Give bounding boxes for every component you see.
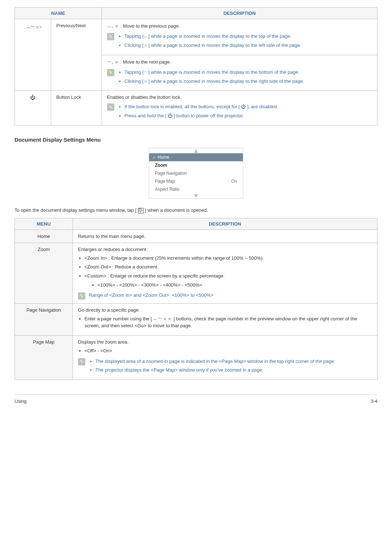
- next-title: ﹀, ＞ : Move to the next page.: [107, 59, 372, 65]
- prev-desc: ︿, ＜ : Move to the previous page. Tappin…: [102, 19, 377, 55]
- prev-next-label: Previous/Next: [51, 19, 102, 91]
- col-menu: MENU: [15, 218, 73, 230]
- home-desc: Returns to the main menu page.: [73, 230, 377, 243]
- zoom-desc: Enlarges or reduces a document. <Zoom In…: [73, 243, 377, 303]
- tap-instruction: To open the document display settings me…: [15, 207, 377, 214]
- menu-page-nav: Page Navigation: [149, 169, 243, 177]
- section-title: Document Display Settings Menu: [15, 137, 377, 143]
- zoom-title: Enlarges or reduces a document.: [78, 247, 372, 252]
- page-map-label: Page Map: [15, 335, 73, 380]
- page-map-note-b: The projector displays the <Page Map> wi…: [95, 367, 335, 374]
- col-desc: DESCRIPTION: [102, 8, 377, 19]
- power-icon: ⏻: [15, 91, 51, 126]
- menu-zoom: Zoom: [149, 161, 243, 169]
- note-icon: [107, 69, 114, 76]
- page-nav-desc: Go directly to a specific page. Enter a …: [73, 304, 377, 336]
- col-name: NAME: [15, 8, 102, 19]
- menu-screenshot: ▲ ⌂ Home Zoom Page Navigation Page Map :…: [149, 148, 243, 199]
- prev-title: ︿, ＜ : Move to the previous page.: [107, 23, 372, 29]
- footer-right: 3-4: [371, 398, 377, 404]
- zoom-custom: <Custom> : Enlarge or reduce the screen …: [85, 273, 372, 289]
- next-desc: ﹀, ＞ : Move to the next page. Tapping [﹀…: [102, 55, 377, 91]
- page-nav-title: Go directly to a specific page.: [78, 307, 372, 313]
- triangle-up-icon: ▲: [149, 148, 243, 153]
- zoom-in: <Zoom In> : Enlarge a document (25% incr…: [85, 255, 372, 262]
- page-nav-item: Enter a page number using the [ ︿﹀＜＞ ] b…: [85, 316, 372, 329]
- zoom-label: Zoom: [15, 243, 73, 303]
- menu-page-map: Page Map : On: [149, 177, 243, 185]
- note-icon: [78, 358, 85, 365]
- home-icon: ⌂: [153, 155, 155, 160]
- button-lock-desc: Enables or disables the button lock. If …: [102, 91, 377, 126]
- menu-home-row: ⌂ Home: [149, 153, 243, 161]
- page-nav-label: Page Navigation: [15, 304, 73, 336]
- svg-rect-5: [139, 209, 141, 211]
- next-note-b: Clicking [＞] while a page is zoomed in m…: [124, 78, 304, 85]
- note-icon: [107, 104, 114, 111]
- arrow-cluster-icon: ︿ ﹀ ＜ ＞: [15, 19, 51, 91]
- page-map-title: Displays the zoom area.: [78, 339, 372, 345]
- home-label: Home: [15, 230, 73, 243]
- svg-text:＞: ＞: [38, 24, 41, 30]
- prev-note-a: Tapping [︿] while a page is zoomed in mo…: [124, 33, 301, 40]
- note-icon: [107, 33, 114, 40]
- buttons-table: NAME DESCRIPTION ︿ ﹀ ＜ ＞ Previous/Next ︿…: [15, 7, 377, 126]
- zoom-custom-values: <100%> - <200%> - <300%> - <400%> - <500…: [98, 282, 372, 289]
- menu-home-label: Home: [158, 155, 169, 160]
- zoom-range-note: Range of <Zoom In> and <Zoom Out>: <100%…: [89, 292, 213, 298]
- menu-table: MENU DESCRIPTION Home Returns to the mai…: [15, 218, 377, 380]
- page-map-options: <Off> - <On>: [85, 348, 372, 355]
- lock-note-a: If the button lock is enabled, all the b…: [124, 104, 278, 110]
- col-desc: DESCRIPTION: [73, 218, 377, 230]
- page-footer: Using 3-4: [15, 394, 377, 404]
- zoom-out: <Zoom Out> : Reduce a document.: [85, 264, 372, 271]
- next-note-a: Tapping [﹀] while a page is zoomed in mo…: [124, 69, 304, 76]
- prev-note-b: Clicking [＜] while a page is zoomed in m…: [124, 42, 301, 49]
- page-map-note-a: The displayed area of a zoomed-in page i…: [95, 358, 335, 365]
- button-lock-label: Button Lock: [51, 91, 102, 126]
- menu-square-icon: [138, 208, 144, 214]
- footer-left: Using: [15, 398, 26, 404]
- triangle-down-icon: ▼: [149, 193, 243, 198]
- page-map-desc: Displays the zoom area. <Off> - <On> The…: [73, 335, 377, 380]
- lock-note-b: Press and hold the [ ⏻ ] button to power…: [124, 113, 278, 119]
- button-lock-title: Enables or disables the button lock.: [107, 94, 372, 100]
- note-icon: [78, 292, 85, 300]
